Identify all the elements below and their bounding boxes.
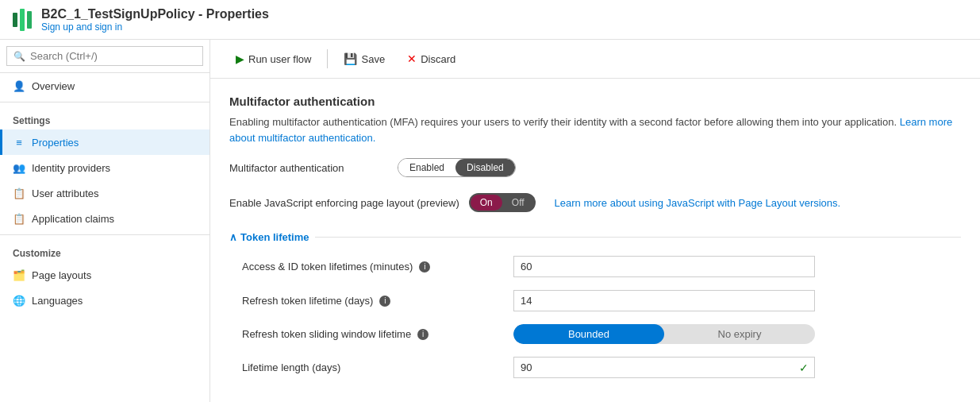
sidebar-item-identity-providers-label: Identity providers [32, 162, 110, 174]
application-claims-icon: 📋 [13, 212, 25, 225]
azure-logo [13, 9, 32, 31]
content-body: Multifactor authentication Enabling mult… [210, 79, 980, 402]
bounded-toggle: Bounded No expiry [513, 324, 815, 344]
sidebar-item-application-claims-label: Application claims [32, 213, 114, 225]
refresh-token-row: Refresh token lifetime (days) i [242, 290, 961, 311]
languages-icon: 🌐 [13, 294, 25, 307]
collapse-chevron-icon: ∧ [229, 231, 237, 243]
sidebar-item-page-layouts[interactable]: 🗂️ Page layouts [0, 262, 209, 288]
sidebar-item-properties[interactable]: ≡ Properties [0, 129, 209, 155]
js-onoff-toggle: On Off [469, 193, 536, 212]
logo-bar-2 [20, 9, 25, 31]
access-token-info-icon[interactable]: i [419, 261, 430, 273]
lifetime-length-label: Lifetime length (days) [242, 361, 504, 373]
properties-icon: ≡ [13, 136, 25, 149]
run-user-flow-label: Run user flow [248, 53, 311, 65]
mfa-field-label: Multifactor authentication [229, 162, 388, 174]
search-input[interactable] [30, 50, 196, 62]
identity-providers-icon: 👥 [13, 161, 25, 174]
bounded-option[interactable]: Bounded [513, 324, 664, 344]
search-box[interactable]: 🔍 [6, 46, 203, 66]
toolbar: ▶ Run user flow 💾 Save ✕ Discard [210, 40, 980, 79]
customize-section-label: Customize [0, 238, 209, 262]
js-learn-more-link[interactable]: Learn more about using JavaScript with P… [555, 197, 841, 209]
refresh-token-label: Refresh token lifetime (days) i [242, 295, 504, 307]
mfa-desc-text: Enabling multifactor authentication (MFA… [229, 116, 897, 128]
user-attributes-icon: 📋 [13, 187, 25, 199]
js-off-option[interactable]: Off [502, 195, 534, 211]
sidebar-item-overview[interactable]: 👤 Overview [0, 73, 209, 99]
mfa-enabled-option[interactable]: Enabled [398, 159, 455, 176]
divider-line [315, 237, 961, 238]
js-on-option[interactable]: On [471, 195, 502, 211]
save-label: Save [361, 53, 385, 65]
lifetime-length-input[interactable] [513, 357, 815, 378]
mfa-toggle-row: Multifactor authentication Enabled Disab… [229, 158, 961, 177]
token-form: Access & ID token lifetimes (minutes) i … [229, 256, 961, 378]
token-section-title: Token lifetime [240, 231, 309, 243]
search-icon: 🔍 [13, 51, 25, 62]
token-section: ∧ Token lifetime Access & ID token lifet… [229, 228, 961, 378]
sidebar-item-user-attributes[interactable]: 📋 User attributes [0, 180, 209, 206]
sidebar-item-languages[interactable]: 🌐 Languages [0, 288, 209, 313]
sliding-window-info-icon[interactable]: i [417, 329, 429, 340]
save-button[interactable]: 💾 Save [334, 48, 394, 70]
app-container: B2C_1_TestSignUpPolicy - Properties Sign… [0, 0, 980, 402]
run-icon: ▶ [236, 52, 244, 65]
js-field-label: Enable JavaScript enforcing page layout … [229, 197, 459, 209]
sidebar-item-page-layouts-label: Page layouts [32, 269, 91, 281]
token-collapse-button[interactable]: ∧ Token lifetime [229, 231, 309, 243]
save-icon: 💾 [344, 52, 357, 65]
sidebar-item-overview-label: Overview [32, 80, 75, 92]
main-layout: 🔍 👤 Overview Settings ≡ Properties 👥 Ide… [0, 40, 980, 402]
js-toggle-row: Enable JavaScript enforcing page layout … [229, 193, 961, 212]
header-title-area: B2C_1_TestSignUpPolicy - Properties Sign… [41, 7, 269, 33]
discard-icon: ✕ [407, 52, 417, 65]
discard-label: Discard [421, 53, 455, 65]
lifetime-length-row: Lifetime length (days) ✓ [242, 357, 961, 378]
sidebar-divider-2 [0, 234, 209, 235]
page-subtitle: Sign up and sign in [41, 21, 269, 33]
token-section-divider: ∧ Token lifetime [229, 228, 961, 243]
sliding-window-row: Refresh token sliding window lifetime i … [242, 324, 961, 344]
content: ▶ Run user flow 💾 Save ✕ Discard Multifa… [210, 40, 980, 402]
access-token-input[interactable] [513, 256, 815, 277]
sidebar-item-properties-label: Properties [32, 137, 79, 149]
toolbar-separator-1 [327, 49, 328, 68]
logo-bar-1 [13, 13, 17, 27]
sliding-window-label: Refresh token sliding window lifetime i [242, 328, 504, 340]
sidebar-item-languages-label: Languages [32, 295, 83, 307]
access-token-row: Access & ID token lifetimes (minutes) i [242, 256, 961, 277]
mfa-section-title: Multifactor authentication [229, 95, 961, 108]
access-token-label: Access & ID token lifetimes (minutes) i [242, 261, 504, 273]
header: B2C_1_TestSignUpPolicy - Properties Sign… [0, 0, 980, 40]
mfa-toggle-group: Enabled Disabled [398, 158, 516, 177]
discard-button[interactable]: ✕ Discard [398, 48, 465, 70]
checkmark-icon: ✓ [799, 361, 809, 374]
refresh-token-input[interactable] [513, 290, 815, 311]
sidebar-divider-1 [0, 102, 209, 102]
no-expiry-option[interactable]: No expiry [664, 324, 815, 344]
sidebar: 🔍 👤 Overview Settings ≡ Properties 👥 Ide… [0, 40, 210, 402]
sidebar-search-area: 🔍 [0, 40, 209, 73]
refresh-token-info-icon[interactable]: i [379, 296, 390, 307]
sidebar-item-application-claims[interactable]: 📋 Application claims [0, 206, 209, 231]
page-layouts-icon: 🗂️ [13, 269, 25, 281]
mfa-section-desc: Enabling multifactor authentication (MFA… [229, 114, 961, 145]
mfa-disabled-option[interactable]: Disabled [455, 159, 515, 176]
settings-section-label: Settings [0, 106, 209, 129]
lifetime-length-input-wrapper: ✓ [513, 357, 815, 378]
sidebar-item-identity-providers[interactable]: 👥 Identity providers [0, 155, 209, 180]
page-title: B2C_1_TestSignUpPolicy - Properties [41, 7, 269, 21]
sidebar-item-user-attributes-label: User attributes [32, 187, 99, 199]
run-user-flow-button[interactable]: ▶ Run user flow [226, 48, 321, 70]
logo-bar-3 [27, 11, 32, 29]
mfa-section: Multifactor authentication Enabling mult… [229, 95, 961, 212]
overview-icon: 👤 [13, 79, 25, 92]
